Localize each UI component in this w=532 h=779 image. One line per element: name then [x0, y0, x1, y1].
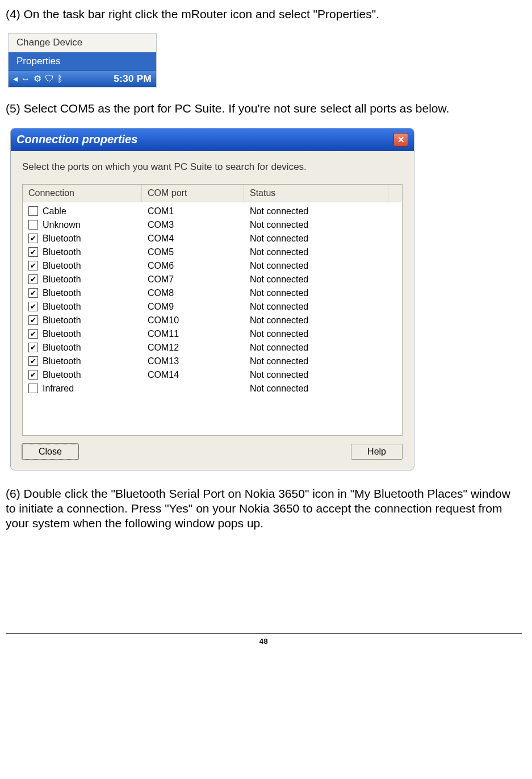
row-connection: Unknown [43, 220, 81, 230]
row-checkbox[interactable]: ✔ [28, 329, 38, 339]
row-connection: Bluetooth [43, 302, 81, 312]
row-com-port [142, 387, 244, 390]
system-tray: ◂ ↔ ⚙ 🛡 ᛒ 5:30 PM [9, 71, 156, 87]
row-connection: Bluetooth [43, 247, 81, 257]
row-com-port: COM13 [142, 355, 244, 368]
row-connection: Bluetooth [43, 274, 81, 285]
table-row[interactable]: ✔UnknownCOM3Not connected [23, 218, 402, 232]
col-com-port[interactable]: COM port [142, 185, 244, 202]
table-row[interactable]: ✔BluetoothCOM6Not connected [23, 259, 402, 273]
row-connection: Bluetooth [43, 356, 81, 366]
row-status: Not connected [244, 300, 388, 314]
row-com-port: COM3 [142, 218, 244, 232]
table-row[interactable]: ✔BluetoothCOM14Not connected [23, 368, 402, 382]
connection-properties-dialog: Connection properties ✕ Select the ports… [10, 128, 414, 470]
row-com-port: COM4 [142, 232, 244, 245]
row-status: Not connected [244, 218, 388, 232]
bluetooth-icon[interactable]: ᛒ [57, 74, 63, 84]
row-checkbox[interactable]: ✔ [28, 220, 38, 230]
col-connection[interactable]: Connection [23, 185, 142, 202]
row-status: Not connected [244, 245, 388, 259]
row-checkbox[interactable]: ✔ [28, 384, 38, 393]
close-button[interactable]: Close [22, 444, 78, 460]
row-com-port: COM8 [142, 286, 244, 300]
step-6-text: (6) Double click the "Bluetooth Serial P… [6, 486, 522, 531]
row-status: Not connected [244, 314, 388, 327]
row-status: Not connected [244, 368, 388, 382]
row-status: Not connected [244, 205, 388, 218]
row-checkbox[interactable]: ✔ [28, 302, 38, 311]
table-row[interactable]: ✔BluetoothCOM10Not connected [23, 314, 402, 327]
row-checkbox[interactable]: ✔ [28, 288, 38, 298]
help-button[interactable]: Help [351, 444, 403, 460]
step-4-text: (4) On the task bar right click the mRou… [6, 7, 522, 22]
row-checkbox[interactable]: ✔ [28, 206, 38, 216]
table-row[interactable]: ✔CableCOM1Not connected [23, 205, 402, 218]
row-com-port: COM10 [142, 314, 244, 327]
row-checkbox[interactable]: ✔ [28, 370, 38, 380]
row-checkbox[interactable]: ✔ [28, 247, 38, 257]
row-connection: Infrared [43, 384, 74, 394]
row-connection: Cable [43, 206, 66, 216]
row-connection: Bluetooth [43, 370, 81, 380]
table-row[interactable]: ✔BluetoothCOM8Not connected [23, 286, 402, 300]
row-status: Not connected [244, 355, 388, 368]
row-checkbox[interactable]: ✔ [28, 274, 38, 284]
row-connection: Bluetooth [43, 234, 81, 244]
close-icon[interactable]: ✕ [393, 133, 408, 147]
row-status: Not connected [244, 286, 388, 300]
table-header: Connection COM port Status [23, 185, 402, 202]
table-row[interactable]: ✔BluetoothCOM9Not connected [23, 300, 402, 314]
network-icon[interactable]: ↔ [21, 74, 30, 84]
table-row[interactable]: ✔BluetoothCOM7Not connected [23, 273, 402, 286]
tray-clock: 5:30 PM [114, 73, 152, 85]
menu-item-change-device[interactable]: Change Device [9, 34, 156, 52]
row-com-port: COM5 [142, 245, 244, 259]
page-separator [6, 633, 522, 634]
row-connection: Bluetooth [43, 261, 81, 271]
row-checkbox[interactable]: ✔ [28, 356, 38, 366]
row-status: Not connected [244, 259, 388, 273]
row-com-port: COM1 [142, 205, 244, 218]
row-com-port: COM11 [142, 327, 244, 341]
table-row[interactable]: ✔BluetoothCOM12Not connected [23, 341, 402, 355]
row-checkbox[interactable]: ✔ [28, 343, 38, 352]
row-checkbox[interactable]: ✔ [28, 261, 38, 270]
dialog-title-text: Connection properties [16, 133, 137, 146]
table-row[interactable]: ✔BluetoothCOM13Not connected [23, 355, 402, 368]
row-com-port: COM7 [142, 273, 244, 286]
row-checkbox[interactable]: ✔ [28, 315, 38, 325]
row-com-port: COM14 [142, 368, 244, 382]
table-row[interactable]: ✔InfraredNot connected [23, 382, 402, 395]
row-status: Not connected [244, 273, 388, 286]
table-row[interactable]: ✔BluetoothCOM4Not connected [23, 232, 402, 245]
row-connection: Bluetooth [43, 315, 81, 326]
row-com-port: COM9 [142, 300, 244, 314]
row-com-port: COM12 [142, 341, 244, 355]
context-menu-screenshot: Change Device Properties ◂ ↔ ⚙ 🛡 ᛒ 5:30 … [8, 33, 157, 88]
step-5-text: (5) Select COM5 as the port for PC Suite… [6, 101, 522, 116]
shield-icon[interactable]: 🛡 [45, 74, 54, 84]
row-status: Not connected [244, 341, 388, 355]
row-status: Not connected [244, 382, 388, 395]
page-number: 48 [6, 637, 522, 645]
dialog-titlebar: Connection properties ✕ [11, 128, 414, 151]
col-status[interactable]: Status [244, 185, 388, 202]
row-status: Not connected [244, 232, 388, 245]
mrouter-icon[interactable]: ⚙ [33, 74, 41, 84]
row-status: Not connected [244, 327, 388, 341]
row-connection: Bluetooth [43, 343, 81, 353]
row-checkbox[interactable]: ✔ [28, 234, 38, 243]
table-row[interactable]: ✔BluetoothCOM11Not connected [23, 327, 402, 341]
table-row[interactable]: ✔BluetoothCOM5Not connected [23, 245, 402, 259]
tray-divider-icon: ◂ [13, 74, 18, 84]
dialog-instruction: Select the ports on which you want PC Su… [22, 161, 403, 173]
ports-table: Connection COM port Status ✔CableCOM1Not… [22, 184, 403, 436]
row-com-port: COM6 [142, 259, 244, 273]
menu-item-properties[interactable]: Properties [9, 52, 156, 71]
row-connection: Bluetooth [43, 329, 81, 339]
row-connection: Bluetooth [43, 288, 81, 298]
